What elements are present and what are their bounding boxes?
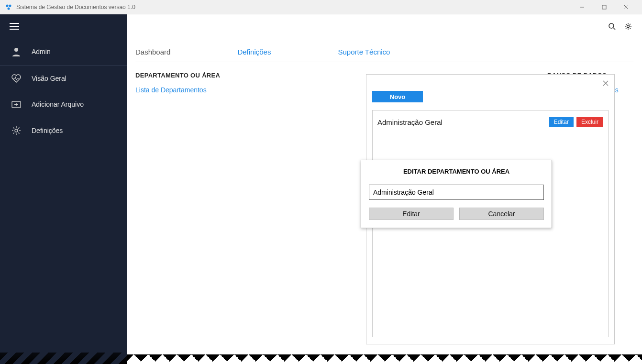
sidebar-item-label: Visão Geral <box>32 75 66 82</box>
svg-point-23 <box>609 23 614 28</box>
svg-point-25 <box>627 25 630 28</box>
sidebar-item-label: Adicionar Arquivo <box>32 100 84 108</box>
department-heading: DEPARTAMENTO OU ÁREA <box>135 72 239 79</box>
sidebar-user[interactable]: Admin <box>0 40 127 66</box>
sidebar: Admin Visão Geral Adicionar Arquivo Defi… <box>0 14 127 364</box>
svg-line-20 <box>18 132 19 133</box>
svg-line-22 <box>13 132 14 133</box>
department-name-input[interactable] <box>369 185 544 200</box>
department-section: DEPARTAMENTO OU ÁREA Lista de Departamen… <box>135 72 239 94</box>
svg-point-2 <box>8 7 10 10</box>
window-controls <box>571 0 637 14</box>
department-name: Administração Geral <box>377 118 546 126</box>
dialog-cancel-button[interactable]: Cancelar <box>459 208 544 220</box>
heart-monitor-icon <box>11 74 22 83</box>
svg-line-33 <box>626 28 627 29</box>
edit-department-button[interactable]: Editar <box>549 117 574 127</box>
svg-point-10 <box>14 48 18 52</box>
svg-line-31 <box>630 28 631 29</box>
maximize-button[interactable] <box>593 0 615 14</box>
edit-department-dialog: EDITAR DEPARTAMENTO OU ÁREA Editar Cance… <box>361 160 552 228</box>
svg-line-21 <box>18 128 19 129</box>
add-file-icon <box>11 100 22 109</box>
svg-line-24 <box>613 28 615 30</box>
hamburger-menu[interactable] <box>0 14 127 40</box>
dialog-edit-button[interactable]: Editar <box>369 208 454 220</box>
user-label: Admin <box>32 48 51 55</box>
department-list-link[interactable]: Lista de Departamentos <box>135 86 207 94</box>
decorative-zigzag <box>127 354 642 364</box>
main-area: Dashboard Definições Suporte Técnico DEP… <box>127 14 642 364</box>
list-item: Administração Geral Editar Excluir <box>373 115 608 129</box>
sidebar-item-overview[interactable]: Visão Geral <box>0 66 127 91</box>
svg-rect-4 <box>602 5 606 9</box>
app-icon <box>5 3 12 11</box>
gear-icon[interactable] <box>624 22 632 31</box>
decorative-stripes <box>0 353 127 364</box>
sidebar-item-settings[interactable]: Definições <box>0 117 127 144</box>
tab-dashboard[interactable]: Dashboard <box>135 43 170 62</box>
search-icon[interactable] <box>608 22 616 31</box>
svg-point-1 <box>9 4 11 7</box>
gear-icon <box>11 126 22 135</box>
close-button[interactable] <box>615 0 637 14</box>
new-department-button[interactable]: Novo <box>372 91 423 102</box>
dialog-title: EDITAR DEPARTAMENTO OU ÁREA <box>369 168 544 175</box>
window-title: Sistema de Gestão de Documentos versão 1… <box>16 4 571 11</box>
tab-bar: Dashboard Definições Suporte Técnico <box>135 43 633 62</box>
svg-point-0 <box>6 4 9 7</box>
user-icon <box>11 47 22 56</box>
titlebar: Sistema de Gestão de Documentos versão 1… <box>0 0 642 14</box>
svg-line-30 <box>626 24 627 25</box>
svg-line-32 <box>630 24 631 25</box>
delete-department-button[interactable]: Excluir <box>576 117 603 127</box>
svg-point-14 <box>15 129 18 132</box>
tab-suporte[interactable]: Suporte Técnico <box>338 43 390 62</box>
close-icon[interactable] <box>603 79 609 88</box>
sidebar-item-label: Definições <box>32 127 63 134</box>
tab-definicoes[interactable]: Definições <box>237 43 271 62</box>
minimize-button[interactable] <box>571 0 593 14</box>
sidebar-item-add-file[interactable]: Adicionar Arquivo <box>0 91 127 117</box>
svg-line-19 <box>13 128 14 129</box>
